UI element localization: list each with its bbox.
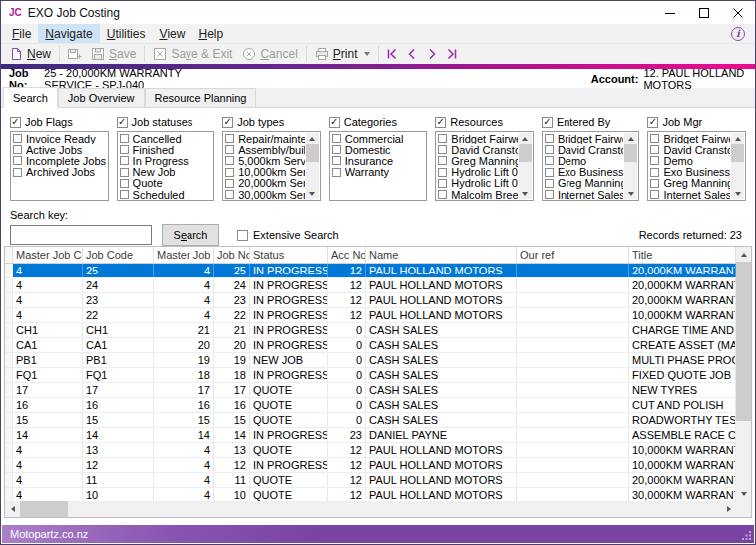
listbox-scrollbar[interactable] — [731, 133, 744, 199]
list-item[interactable]: Internet Sales — [650, 189, 730, 200]
list-item[interactable]: Bridget Fairweather — [438, 133, 518, 144]
item-checkbox[interactable] — [332, 134, 341, 143]
item-checkbox[interactable] — [332, 156, 341, 165]
item-checkbox[interactable] — [120, 168, 129, 177]
list-item[interactable]: Cancelled — [120, 133, 212, 144]
item-checkbox[interactable] — [438, 134, 447, 143]
item-checkbox[interactable] — [225, 145, 234, 154]
item-checkbox[interactable] — [120, 179, 129, 188]
table-row[interactable]: CH1CH12121IN PROGRESS0CASH SALESCHARGE T… — [5, 323, 736, 338]
vertical-scrollbar-thumb[interactable] — [736, 262, 751, 421]
filter-group-checkbox[interactable] — [222, 117, 233, 128]
horizontal-scrollbar-thumb[interactable] — [20, 501, 68, 517]
item-checkbox[interactable] — [650, 190, 659, 199]
listbox-scrollbar[interactable] — [624, 133, 637, 199]
item-checkbox[interactable] — [225, 179, 234, 188]
list-item[interactable]: Greg Manning — [545, 178, 624, 189]
list-item[interactable]: Greg Manning — [650, 178, 730, 189]
list-item[interactable]: Scheduled — [120, 189, 212, 200]
list-item[interactable]: David Cranston — [545, 144, 624, 155]
item-checkbox[interactable] — [438, 179, 447, 188]
item-checkbox[interactable] — [650, 145, 659, 154]
table-row[interactable]: FQ1FQ11818IN PROGRESS0CASH SALESFIXED QU… — [5, 368, 736, 383]
list-item[interactable]: Invoice Ready — [13, 133, 106, 144]
menu-file[interactable]: File — [5, 24, 38, 43]
extensive-search-checkbox[interactable] — [237, 230, 248, 241]
table-row[interactable]: CA1CA12020IN PROGRESS0CASH SALESCREATE A… — [5, 338, 736, 353]
item-checkbox[interactable] — [650, 168, 659, 177]
search-button[interactable]: Search — [162, 224, 219, 246]
list-item[interactable]: Bridget Fairweather — [545, 133, 624, 144]
item-checkbox[interactable] — [650, 134, 659, 143]
list-item[interactable]: 30,000km Service — [225, 189, 305, 200]
list-item[interactable]: David Cranston — [650, 144, 730, 155]
list-item[interactable]: Internet Sales — [545, 189, 624, 200]
scroll-up-arrow-icon[interactable] — [624, 133, 637, 144]
column-header-master-job-no[interactable]: Master Job No — [154, 247, 214, 263]
new-button[interactable]: New — [5, 46, 56, 62]
list-item[interactable]: 5,000km Service — [225, 155, 305, 166]
list-item[interactable]: Active Jobs — [13, 144, 106, 155]
item-checkbox[interactable] — [225, 168, 234, 177]
tab-search[interactable]: Search — [3, 87, 58, 108]
listbox-scrollbar[interactable] — [519, 133, 532, 199]
item-checkbox[interactable] — [438, 145, 447, 154]
list-item[interactable]: Greg Manning — [438, 155, 518, 166]
menu-utilities[interactable]: Utilities — [100, 24, 153, 43]
item-checkbox[interactable] — [332, 168, 341, 177]
list-item[interactable]: Commercial — [332, 133, 425, 144]
menu-help[interactable]: Help — [191, 24, 230, 43]
listbox-scrollbar[interactable] — [306, 133, 319, 199]
list-item[interactable]: Bridget Fairweather — [650, 133, 730, 144]
list-item[interactable]: Malcolm Breen — [438, 189, 518, 200]
item-checkbox[interactable] — [120, 134, 129, 143]
item-checkbox[interactable] — [545, 190, 554, 199]
list-item[interactable]: Warranty — [332, 167, 425, 178]
column-header-name[interactable]: Name — [366, 247, 517, 263]
table-row[interactable]: 14141414IN PROGRESS23DANIEL PAYNEASSEMBL… — [5, 428, 736, 443]
scrollbar-thumb[interactable] — [519, 144, 532, 162]
item-checkbox[interactable] — [545, 168, 554, 177]
item-checkbox[interactable] — [332, 145, 341, 154]
nav-first-button[interactable] — [382, 47, 402, 61]
filter-group-checkbox[interactable] — [542, 117, 553, 128]
menu-navigate[interactable]: Navigate — [38, 24, 99, 43]
menu-view[interactable]: View — [152, 24, 191, 43]
scroll-down-arrow-icon[interactable] — [519, 188, 532, 199]
column-header-our-ref[interactable]: Our ref — [517, 247, 629, 263]
print-button[interactable]: Print — [310, 46, 376, 62]
list-item[interactable]: In Progress — [120, 155, 212, 166]
list-item[interactable]: Quote — [120, 178, 212, 189]
list-item[interactable]: 20,000km Service — [225, 178, 305, 189]
item-checkbox[interactable] — [545, 156, 554, 165]
list-item[interactable]: Finished — [120, 144, 212, 155]
resize-grip-icon[interactable] — [742, 531, 752, 541]
tab-job-overview[interactable]: Job Overview — [58, 88, 145, 107]
list-item[interactable]: Repair/maintenance — [225, 133, 305, 144]
item-checkbox[interactable] — [225, 156, 234, 165]
nav-prev-button[interactable] — [402, 47, 422, 61]
maximize-button[interactable] — [687, 1, 721, 24]
item-checkbox[interactable] — [120, 145, 129, 154]
scrollbar-thumb[interactable] — [624, 144, 637, 162]
item-checkbox[interactable] — [545, 134, 554, 143]
item-checkbox[interactable] — [438, 190, 447, 199]
table-row[interactable]: 16161616QUOTE0CASH SALESCUT AND POLISH — [5, 398, 736, 413]
scrollbar-thumb[interactable] — [306, 144, 319, 162]
scroll-up-arrow-icon[interactable] — [306, 133, 319, 144]
list-item[interactable]: Exo Business Admin — [545, 167, 624, 178]
scroll-up-arrow-icon[interactable] — [736, 247, 751, 262]
search-key-input[interactable] — [10, 225, 152, 245]
table-row[interactable]: 423423IN PROGRESS12PAUL HOLLAND MOTORS20… — [5, 293, 736, 308]
scroll-down-arrow-icon[interactable] — [736, 486, 751, 501]
vertical-scrollbar[interactable] — [736, 247, 751, 501]
item-checkbox[interactable] — [545, 145, 554, 154]
list-item[interactable]: 10,000km Service — [225, 167, 305, 178]
column-header-acc-no[interactable]: Acc No — [328, 247, 366, 263]
scroll-right-arrow-icon[interactable] — [721, 501, 736, 517]
column-header-job-no[interactable]: Job No — [214, 247, 250, 263]
table-row[interactable]: 413413QUOTE12PAUL HOLLAND MOTORS10,000KM… — [5, 443, 736, 458]
item-checkbox[interactable] — [225, 134, 234, 143]
item-checkbox[interactable] — [438, 156, 447, 165]
table-row[interactable]: 410410QUOTE12PAUL HOLLAND MOTORS30,000KM… — [5, 488, 736, 501]
